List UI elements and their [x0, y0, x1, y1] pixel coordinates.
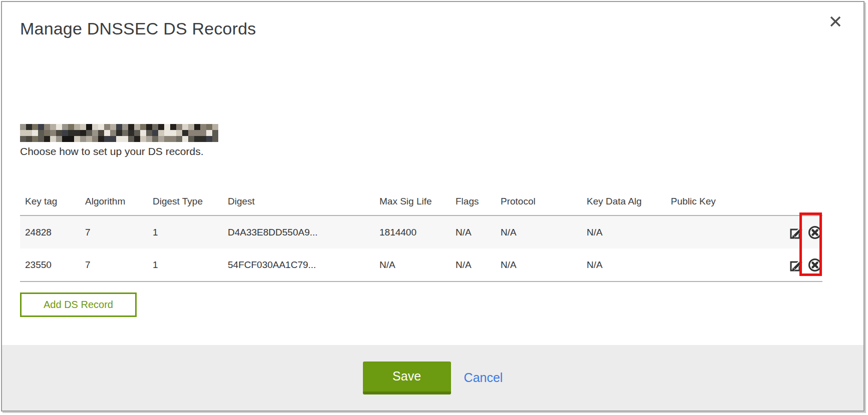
cell-flags: N/A — [451, 248, 496, 282]
cell-key-tag: 23550 — [20, 248, 80, 282]
save-button[interactable]: Save — [363, 362, 451, 394]
ds-records-table: Key tag Algorithm Digest Type Digest Max… — [20, 166, 822, 282]
cell-digest: 54FCF030AA1C79... — [223, 248, 374, 282]
edit-record-button[interactable] — [789, 225, 804, 240]
cell-protocol: N/A — [496, 248, 582, 282]
delete-record-button[interactable] — [807, 225, 822, 240]
column-header-digest-type: Digest Type — [148, 166, 223, 216]
cell-algorithm: 7 — [80, 248, 148, 282]
delete-record-button[interactable] — [807, 258, 822, 272]
modal-footer: Save Cancel — [2, 345, 863, 410]
column-header-key-data-alg: Key Data Alg — [582, 166, 666, 216]
cell-max-sig-life: N/A — [374, 248, 451, 282]
column-header-max-sig-life: Max Sig Life — [374, 166, 451, 216]
cell-digest-type: 1 — [148, 216, 223, 248]
add-ds-record-button[interactable]: Add DS Record — [20, 292, 137, 317]
table-row: 24828 7 1 D4A33E8DD550A9... 1814400 N/A … — [20, 216, 822, 248]
cancel-link[interactable]: Cancel — [464, 370, 503, 385]
cell-max-sig-life: 1814400 — [374, 216, 451, 248]
close-button[interactable] — [828, 15, 842, 29]
cell-public-key — [666, 216, 780, 248]
table-header-row: Key tag Algorithm Digest Type Digest Max… — [20, 166, 822, 216]
edit-icon — [789, 234, 804, 242]
cell-algorithm: 7 — [80, 216, 148, 248]
cell-digest-type: 1 — [148, 248, 223, 282]
redacted-domain-name — [20, 124, 218, 142]
close-icon — [829, 22, 842, 30]
column-header-digest: Digest — [223, 166, 374, 216]
column-header-key-tag: Key tag — [20, 166, 80, 216]
column-header-flags: Flags — [451, 166, 496, 216]
edit-icon — [789, 266, 804, 274]
edit-record-button[interactable] — [789, 258, 804, 272]
cell-protocol: N/A — [496, 216, 582, 248]
cell-key-data-alg: N/A — [582, 216, 666, 248]
delete-icon — [807, 266, 822, 274]
delete-icon — [807, 234, 822, 242]
manage-dnssec-modal: Manage DNSSEC DS Records Choose how to s… — [1, 1, 864, 412]
table-row: 23550 7 1 54FCF030AA1C79... N/A N/A N/A … — [20, 248, 822, 282]
column-header-public-key: Public Key — [666, 166, 780, 216]
cell-flags: N/A — [451, 216, 496, 248]
cell-key-data-alg: N/A — [582, 248, 666, 282]
column-header-algorithm: Algorithm — [80, 166, 148, 216]
page-title: Manage DNSSEC DS Records — [20, 17, 863, 40]
instruction-text: Choose how to set up your DS records. — [20, 144, 863, 158]
cell-public-key — [666, 248, 780, 282]
column-header-protocol: Protocol — [496, 166, 582, 216]
cell-digest: D4A33E8DD550A9... — [223, 216, 374, 248]
column-header-actions — [780, 166, 822, 216]
cell-key-tag: 24828 — [20, 216, 80, 248]
